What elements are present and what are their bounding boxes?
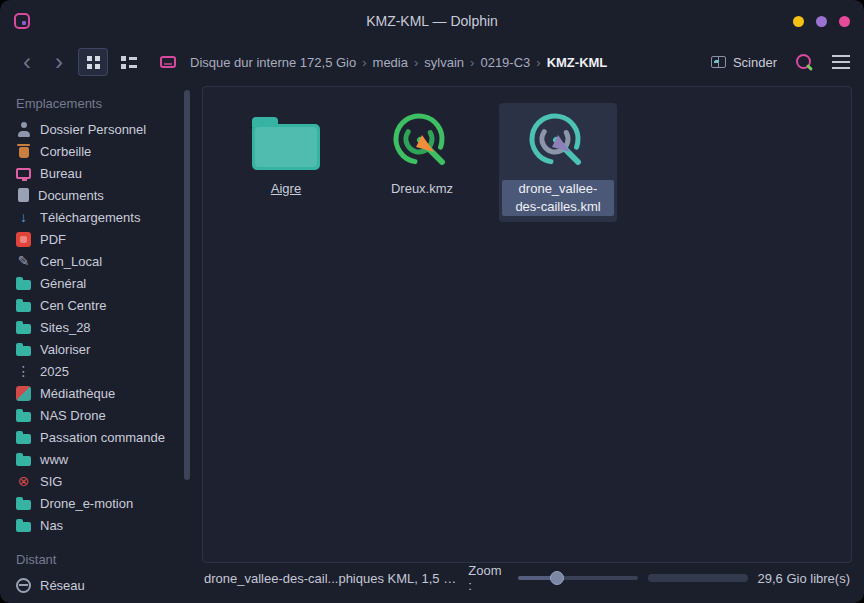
sidebar-section-title: Emplacements xyxy=(0,88,200,118)
breadcrumb-0219-c3[interactable]: 0219-C3 xyxy=(474,55,536,70)
target-icon: ⊗ xyxy=(16,474,31,489)
sidebar-item-m-diath-que[interactable]: Médiathèque xyxy=(0,382,200,404)
maximize-button[interactable] xyxy=(816,16,827,27)
folder-icon xyxy=(16,280,31,290)
folder-icon xyxy=(16,412,31,422)
dots-icon: ⋮ xyxy=(16,364,31,379)
sidebar-item-label: Général xyxy=(40,276,86,291)
sidebar-item-valoriser[interactable]: Valoriser xyxy=(0,338,200,360)
dolphin-app-icon xyxy=(14,13,30,29)
file-name: Aigre xyxy=(267,180,305,198)
sidebar-item-2025[interactable]: ⋮2025 xyxy=(0,360,200,382)
google-earth-kmz-icon xyxy=(389,109,455,175)
sidebar-item-g-n-ral[interactable]: Général xyxy=(0,272,200,294)
sidebar-item-nas-drone[interactable]: NAS Drone xyxy=(0,404,200,426)
sidebar-item-label: Cen_Local xyxy=(40,254,102,269)
back-button[interactable]: ‹ xyxy=(14,50,40,74)
media-icon xyxy=(16,386,31,401)
toolbar: ‹ › Disque dur interne 172,5 Gio › media… xyxy=(0,42,864,82)
content-area: EmplacementsDossier PersonnelCorbeilleBu… xyxy=(0,82,864,603)
sidebar-item-label: Réseau xyxy=(40,578,85,593)
sidebar-item-www[interactable]: www xyxy=(0,448,200,470)
forward-button[interactable]: › xyxy=(46,50,72,74)
file-view[interactable]: AigreDreux.kmzdrone_vallee-des-cailles.k… xyxy=(202,86,852,563)
sidebar-item-documents[interactable]: Documents xyxy=(0,184,200,206)
statusbar: drone_vallee-des-cail...phiques KML, 1,5… xyxy=(202,563,852,593)
folder-icon xyxy=(16,302,31,312)
sidebar-item-r-seau[interactable]: Réseau xyxy=(0,574,200,596)
file-grid: AigreDreux.kmzdrone_vallee-des-cailles.k… xyxy=(203,87,851,222)
sidebar-item-passation-commande[interactable]: Passation commande xyxy=(0,426,200,448)
sidebar-item-t-l-chargements[interactable]: ↓Téléchargements xyxy=(0,206,200,228)
sidebar-item-label: 2025 xyxy=(40,364,69,379)
window-title: KMZ-KML — Dolphin xyxy=(0,13,864,29)
folder-icon xyxy=(16,346,31,356)
hamburger-menu-icon[interactable] xyxy=(832,55,850,69)
split-view-icon xyxy=(711,56,726,68)
zoom-label: Zoom : xyxy=(468,563,507,593)
breadcrumb: Disque dur interne 172,5 Gio › media › s… xyxy=(160,55,613,70)
sidebar-item-label: Nas xyxy=(40,518,63,533)
file-item-drone-vallee-des-cailles-kml[interactable]: drone_vallee-des-cailles.kml xyxy=(499,103,617,222)
folder-icon xyxy=(252,124,320,170)
close-button[interactable] xyxy=(839,16,850,27)
search-icon[interactable] xyxy=(795,53,814,72)
sidebar-scrollbar[interactable] xyxy=(184,90,190,480)
places-panel: EmplacementsDossier PersonnelCorbeilleBu… xyxy=(0,82,200,603)
sidebar-item-cen-centre[interactable]: Cen Centre xyxy=(0,294,200,316)
sidebar-item-pdf[interactable]: PDF xyxy=(0,228,200,250)
details-view-button[interactable] xyxy=(114,48,144,76)
folder-icon xyxy=(252,109,320,175)
folder-icon xyxy=(16,324,31,334)
drive-icon xyxy=(160,56,176,68)
sidebar-item-label: Sites_28 xyxy=(40,320,91,335)
sidebar-item-drone-e-motion[interactable]: Drone_e-motion xyxy=(0,492,200,514)
zoom-slider-handle[interactable] xyxy=(550,571,564,585)
sidebar-item-label: NAS Drone xyxy=(40,408,106,423)
sidebar-item-sig[interactable]: ⊗SIG xyxy=(0,470,200,492)
sidebar-item-sites-28[interactable]: Sites_28 xyxy=(0,316,200,338)
pdf-icon xyxy=(16,232,31,247)
zoom-slider[interactable] xyxy=(518,576,638,580)
selection-info: drone_vallee-des-cail...phiques KML, 1,5… xyxy=(204,571,458,586)
sidebar-item-corbeille[interactable]: Corbeille xyxy=(0,140,200,162)
sidebar-item-label: www xyxy=(40,452,68,467)
free-space-label: 29,6 Gio libre(s) xyxy=(758,571,850,586)
trash-icon xyxy=(16,144,31,159)
user-icon xyxy=(16,122,31,137)
file-item-dreux-kmz[interactable]: Dreux.kmz xyxy=(363,103,481,204)
sidebar-item-label: Dossier Personnel xyxy=(40,122,146,137)
minimize-button[interactable] xyxy=(793,16,804,27)
file-item-aigre[interactable]: Aigre xyxy=(227,103,345,204)
grid-view-icon xyxy=(87,56,100,69)
details-view-icon xyxy=(121,56,137,69)
file-name: drone_vallee-des-cailles.kml xyxy=(502,180,614,216)
split-button-label: Scinder xyxy=(733,55,777,70)
breadcrumb-sylvain[interactable]: sylvain xyxy=(418,55,470,70)
network-icon xyxy=(16,578,31,593)
breadcrumb-root[interactable]: Disque dur interne 172,5 Gio xyxy=(184,55,362,70)
sidebar-item-label: Passation commande xyxy=(40,430,165,445)
split-button[interactable]: Scinder xyxy=(711,55,777,70)
dolphin-window: KMZ-KML — Dolphin ‹ › Disque dur interne… xyxy=(0,0,864,603)
icons-view-button[interactable] xyxy=(78,48,108,76)
sidebar-item-label: Médiathèque xyxy=(40,386,115,401)
toolbar-right: Scinder xyxy=(711,53,850,72)
sidebar-item-nas[interactable]: Nas xyxy=(0,514,200,536)
sidebar-section-title: Distant xyxy=(0,544,200,574)
breadcrumb-kmz-kml[interactable]: KMZ-KML xyxy=(541,55,614,70)
google-earth-kml-icon xyxy=(525,109,591,175)
places-list: EmplacementsDossier PersonnelCorbeilleBu… xyxy=(0,88,200,596)
sidebar-item-label: Bureau xyxy=(40,166,82,181)
sidebar-item-label: Drone_e-motion xyxy=(40,496,133,511)
titlebar[interactable]: KMZ-KML — Dolphin xyxy=(0,0,864,42)
sidebar-item-label: Valoriser xyxy=(40,342,90,357)
sidebar-item-cen-local[interactable]: ✎Cen_Local xyxy=(0,250,200,272)
sidebar-item-dossier-personnel[interactable]: Dossier Personnel xyxy=(0,118,200,140)
desktop-icon xyxy=(16,168,31,179)
breadcrumb-media[interactable]: media xyxy=(367,55,414,70)
disk-usage-bar xyxy=(648,574,748,582)
folder-icon xyxy=(16,434,31,444)
right-pane: AigreDreux.kmzdrone_vallee-des-cailles.k… xyxy=(200,82,864,603)
sidebar-item-bureau[interactable]: Bureau xyxy=(0,162,200,184)
